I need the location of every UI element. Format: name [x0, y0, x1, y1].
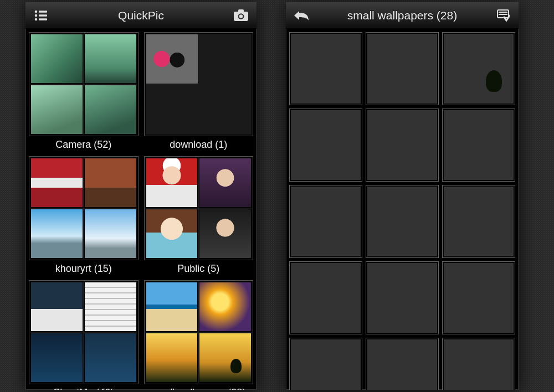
grid-screen: small wallpapers (28): [286, 2, 519, 390]
grid-content: [286, 29, 519, 390]
folder-label: Camera (52): [29, 136, 138, 152]
folder-thumb: [29, 280, 138, 384]
app-title: QuickPic: [55, 9, 227, 22]
image-thumb[interactable]: [366, 185, 439, 258]
image-thumb[interactable]: [442, 261, 515, 334]
svg-rect-11: [499, 12, 507, 13]
svg-rect-12: [499, 14, 507, 15]
menu-icon[interactable]: [29, 4, 53, 27]
folder-thumb: [144, 280, 254, 384]
folders-grid: Camera (52) download (1) khouryrt (15): [29, 32, 253, 390]
image-grid: [289, 32, 515, 390]
image-thumb[interactable]: [366, 261, 439, 334]
folder-thumb: [29, 32, 138, 136]
folder-label: khouryrt (15): [29, 260, 138, 276]
folder-label: ShootMe (46): [29, 384, 138, 390]
back-icon[interactable]: [289, 4, 314, 27]
folder-public[interactable]: Public (5): [144, 156, 254, 276]
image-thumb[interactable]: [289, 185, 362, 258]
svg-point-0: [35, 10, 38, 13]
folders-screen: QuickPic Camera (52): [25, 2, 257, 390]
folder-small-wallpapers[interactable]: small wallpapers (28): [144, 280, 254, 390]
svg-rect-3: [39, 14, 47, 16]
folder-thumb: [144, 156, 254, 260]
folder-label: download (1): [144, 136, 254, 152]
folder-label: Public (5): [144, 260, 254, 276]
folders-content: Camera (52) download (1) khouryrt (15): [25, 29, 257, 390]
image-thumb[interactable]: [442, 32, 515, 105]
grid-title: small wallpapers (28): [316, 9, 489, 22]
topbar-folders: QuickPic: [25, 2, 257, 29]
image-thumb[interactable]: [442, 109, 515, 182]
folder-label: small wallpapers (28): [144, 384, 254, 390]
select-icon[interactable]: [491, 4, 515, 27]
folder-thumb: [144, 32, 254, 136]
image-thumb[interactable]: [366, 32, 439, 105]
camera-icon[interactable]: [229, 4, 253, 27]
svg-point-9: [239, 14, 243, 18]
image-thumb[interactable]: [366, 338, 439, 390]
folder-download[interactable]: download (1): [144, 32, 254, 152]
image-thumb[interactable]: [289, 32, 362, 105]
svg-rect-7: [238, 9, 244, 13]
folder-shootme[interactable]: ShootMe (46): [29, 280, 138, 390]
folder-thumb: [29, 156, 138, 260]
folder-khouryrt[interactable]: khouryrt (15): [29, 156, 138, 276]
svg-rect-5: [39, 18, 47, 20]
image-thumb[interactable]: [442, 185, 515, 258]
image-thumb[interactable]: [442, 338, 515, 390]
image-thumb[interactable]: [366, 109, 439, 182]
svg-point-4: [35, 18, 38, 20]
image-thumb[interactable]: [289, 109, 362, 182]
svg-point-2: [35, 14, 38, 17]
folder-camera[interactable]: Camera (52): [29, 32, 138, 152]
svg-rect-1: [39, 11, 47, 12]
image-thumb[interactable]: [289, 261, 362, 334]
topbar-grid: small wallpapers (28): [286, 2, 519, 29]
image-thumb[interactable]: [289, 338, 362, 390]
